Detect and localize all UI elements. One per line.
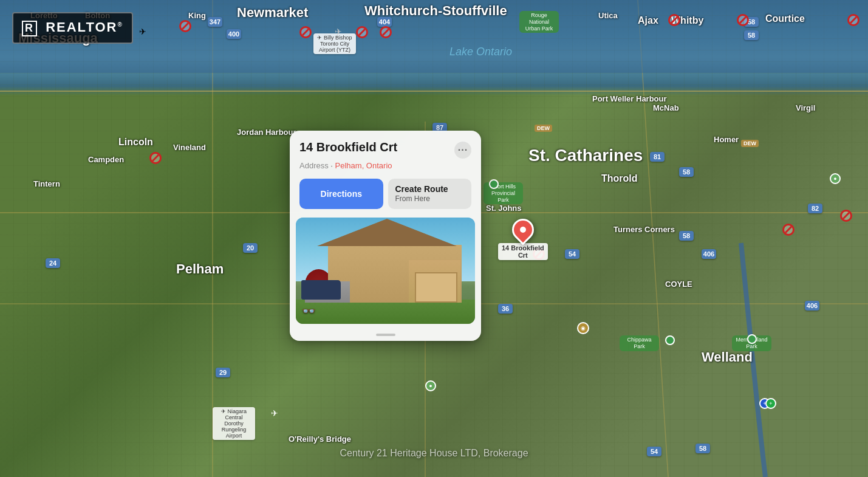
create-route-line1: Create Route bbox=[395, 184, 465, 194]
garage-door bbox=[415, 272, 457, 303]
route-badge-r404: 404 bbox=[377, 17, 392, 27]
plane-icon-3: ✈ bbox=[271, 408, 278, 418]
route-badge-r82: 82 bbox=[808, 204, 822, 213]
realtor-logo: R REALTOR® bbox=[12, 12, 133, 44]
pin-label: 14 Brookfield Crt bbox=[498, 243, 548, 260]
card-subtitle: Address · Pelham, Ontario bbox=[299, 161, 471, 170]
address-separator: · bbox=[330, 161, 335, 170]
niagara-central-airport: ✈ Niagara Central Dorothy Rungeling Airp… bbox=[213, 407, 255, 440]
merritt-marker bbox=[747, 334, 757, 344]
create-route-line2: From Here bbox=[395, 194, 465, 204]
directions-button[interactable]: Directions bbox=[299, 179, 383, 209]
route-badge-r58_3: 58 bbox=[679, 231, 694, 241]
route-badge-r58_5: 58 bbox=[744, 30, 759, 40]
street-view-image[interactable]: 👓 bbox=[296, 218, 475, 324]
route-badge-r54_2: 54 bbox=[647, 447, 661, 456]
short-hills-marker bbox=[489, 179, 499, 189]
car bbox=[301, 280, 341, 300]
no-sign-9 bbox=[840, 210, 852, 222]
no-sign-8 bbox=[149, 152, 162, 164]
scroll-indicator bbox=[290, 330, 481, 341]
plane-icon-2: ✈ bbox=[335, 27, 342, 36]
route-badge-r347: 347 bbox=[208, 17, 222, 27]
dew-marker-1: DEW bbox=[535, 125, 552, 132]
no-sign-1 bbox=[179, 20, 191, 32]
address-link[interactable]: Pelham, Ontario bbox=[335, 161, 392, 170]
billy-bishop-airport: ✈ Billy Bishop Toronto City Airport (YTZ… bbox=[313, 33, 356, 54]
pin-head bbox=[507, 214, 538, 245]
special-marker-5: + bbox=[765, 398, 776, 409]
route-badge-r24: 24 bbox=[46, 258, 60, 268]
special-marker-2: ● bbox=[425, 380, 436, 391]
scroll-dot bbox=[376, 334, 395, 336]
card-title: 14 Brookfield Crt bbox=[299, 140, 454, 154]
grass-area bbox=[296, 300, 475, 324]
no-sign-4 bbox=[380, 26, 392, 38]
action-buttons: Directions Create Route From Here bbox=[290, 179, 481, 218]
dew-marker-2: DEW bbox=[741, 140, 759, 147]
special-marker-3: ● bbox=[830, 173, 841, 184]
location-pin[interactable]: 14 Brookfield Crt bbox=[498, 219, 548, 260]
card-header: 14 Brookfield Crt ··· Address · Pelham, … bbox=[290, 131, 481, 170]
address-label: Address bbox=[299, 161, 329, 170]
route-badge-r58_4: 58 bbox=[695, 444, 710, 453]
route-badge-r406_1: 406 bbox=[702, 249, 716, 259]
no-sign-3 bbox=[356, 26, 368, 38]
info-card: 14 Brookfield Crt ··· Address · Pelham, … bbox=[290, 131, 481, 341]
chippawa-marker bbox=[665, 335, 675, 345]
plane-icon-1: ✈ bbox=[139, 27, 146, 36]
route-badge-r81: 81 bbox=[650, 152, 665, 162]
route-badge-r20: 20 bbox=[243, 243, 258, 253]
special-marker-1: ◉ bbox=[577, 322, 589, 334]
no-sign-2 bbox=[299, 26, 312, 38]
route-badge-r36: 36 bbox=[498, 304, 513, 314]
no-sign-11 bbox=[782, 224, 795, 236]
house-roof bbox=[317, 219, 457, 246]
route-badge-r400: 400 bbox=[227, 29, 241, 39]
no-sign-6 bbox=[737, 14, 749, 26]
card-more-button[interactable]: ··· bbox=[454, 142, 471, 159]
route-badge-r54: 54 bbox=[565, 249, 579, 259]
chippawa-park-badge: Chippawa Park bbox=[620, 335, 659, 351]
street-view-icon: 👓 bbox=[302, 304, 315, 318]
no-sign-5 bbox=[668, 14, 680, 26]
pin-dot bbox=[520, 227, 526, 233]
more-dots-icon: ··· bbox=[458, 145, 468, 156]
rouge-park-badge: Rouge National Urban Park bbox=[519, 11, 559, 33]
route-badge-r58_2: 58 bbox=[679, 167, 694, 177]
route-badge-r29: 29 bbox=[216, 368, 230, 377]
map-background: Lake Ontario MississaugaNewmarketWhitchu… bbox=[0, 0, 868, 477]
no-sign-7 bbox=[847, 14, 859, 26]
create-route-button[interactable]: Create Route From Here bbox=[388, 179, 472, 209]
route-badge-r406_2: 406 bbox=[805, 301, 819, 311]
map-attribution: Century 21 Heritage House LTD, Brokerage bbox=[340, 448, 528, 459]
card-title-row: 14 Brookfield Crt ··· bbox=[299, 140, 471, 159]
